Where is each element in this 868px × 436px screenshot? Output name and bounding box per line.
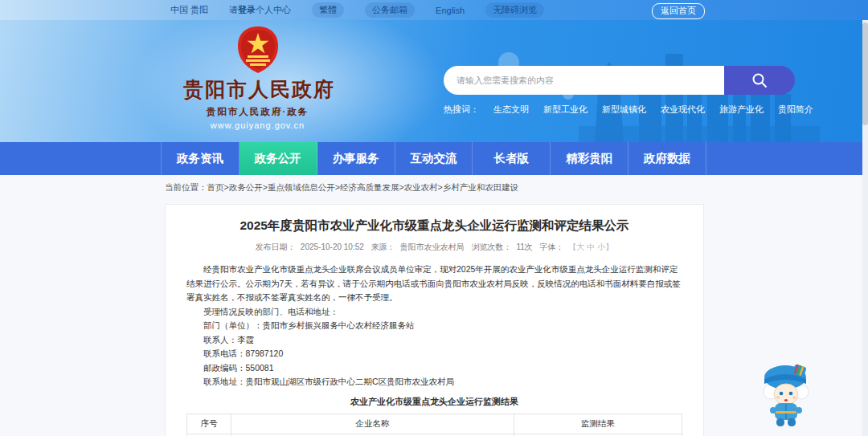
hot-word-industry[interactable]: 新型工业化 [543, 104, 588, 116]
site-url: www.guiyang.gov.cn [183, 120, 332, 130]
traditional-chinese-link[interactable]: 繁體 [312, 2, 344, 18]
breadcrumb-path[interactable]: 首页>政务公开>重点领域信息公开>经济高质量发展>农业农村>乡村产业和农田建设 [207, 182, 519, 192]
contact-address-line: 联系地址：贵阳市观山湖区市级行政中心二期C区贵阳市农业农村局 [186, 375, 682, 389]
scrollbar-track[interactable] [862, 20, 868, 436]
site-subtitle: 贵阳市人民政府·政务 [183, 106, 332, 118]
header-company-name: 企业名称 [231, 414, 514, 434]
font-size-label: 字体： [540, 242, 564, 251]
header-monitor-result: 监测结果 [514, 414, 682, 434]
official-mail-link[interactable]: 公务邮箱 [365, 2, 415, 18]
main-navigation: 政务资讯 政务公开 办事服务 互动交流 长者版 精彩贵阳 政府数据 [0, 142, 868, 175]
back-to-home-button[interactable]: 返回首页 [652, 3, 705, 19]
breadcrumb: 当前位置：首页>政务公开>重点领域信息公开>经济高质量发展>农业农村>乡村产业和… [165, 182, 518, 194]
source-label: 来源： [371, 242, 395, 251]
login-strong: 登录 [238, 5, 256, 14]
region-label[interactable]: 中国 贵阳 [170, 4, 208, 16]
site-logo-block[interactable]: 贵阳市人民政府 贵阳市人民政府·政务 www.guiyang.gov.cn [183, 25, 332, 130]
article-card: 2025年度贵阳市农业产业化市级重点龙头企业运行监测和评定结果公示 发布日期：2… [165, 204, 704, 436]
breadcrumb-label: 当前位置： [165, 182, 207, 192]
monitoring-result-table: 序号 企业名称 监测结果 1 贵州合力超市采购有限公司 合格 2 贵州友禾种业有… [186, 414, 682, 436]
nav-tab-hudong-jiaoliu[interactable]: 互动交流 [395, 142, 473, 175]
hot-word-ecology[interactable]: 生态文明 [493, 104, 529, 116]
publish-date: 2025-10-20 10:52 [301, 242, 364, 251]
article-title: 2025年度贵阳市农业产业化市级重点龙头企业运行监测和评定结果公示 [186, 218, 682, 234]
hot-search-label: 热搜词： [444, 104, 479, 116]
national-emblem-icon [235, 25, 281, 75]
font-size-switcher[interactable]: 【大 中 小】 [569, 242, 614, 251]
views-label: 浏览次数： [471, 242, 511, 251]
search-input[interactable] [444, 66, 724, 95]
login-link[interactable]: 请登录个人中心 [229, 4, 291, 16]
contact-phone-line: 联系电话：87987120 [186, 347, 682, 361]
search-icon [751, 71, 768, 89]
site-banner: 贵阳市人民政府 贵阳市人民政府·政务 www.guiyang.gov.cn 热搜… [0, 20, 868, 142]
contact-department-line: 部门（单位）：贵阳市乡村振兴服务中心农村经济服务站 [186, 319, 682, 333]
nav-tab-zhengfu-shuju[interactable]: 政府数据 [628, 142, 706, 175]
hot-word-guiyang-intro[interactable]: 贵阳简介 [778, 104, 813, 116]
header-serial-number: 序号 [187, 414, 231, 434]
top-utility-bar: 中国 贵阳 请登录个人中心 繁體 公务邮箱 English 无障碍浏览 返回首页 [0, 0, 868, 20]
article-meta: 发布日期：2025-10-20 10:52 来源：贵阳市农业农村局 浏览次数：1… [186, 242, 682, 253]
contact-person-line: 联系人：李霞 [186, 333, 682, 348]
nav-tab-banshi-fuwu[interactable]: 办事服务 [317, 142, 395, 175]
mascot-character-icon [760, 361, 812, 429]
hot-word-agriculture[interactable]: 农业现代化 [661, 104, 705, 116]
login-pre: 请 [229, 5, 238, 14]
result-table-caption: 农业产业化市级重点龙头企业运行监测结果 [186, 396, 682, 408]
scrollbar-thumb[interactable] [862, 22, 868, 125]
nav-tab-zhangzhe-ban[interactable]: 长者版 [473, 142, 551, 175]
article-paragraph-intro: 经贵阳市农业产业化市级重点龙头企业联席会议成员单位审定，现对2025年开展的农业… [186, 263, 682, 305]
views-value: 11次 [516, 242, 532, 251]
nav-tab-zhengwu-zixun[interactable]: 政务资讯 [161, 142, 240, 175]
article-paragraph-accept: 受理情况反映的部门、电话和地址： [186, 305, 682, 320]
login-post: 个人中心 [256, 5, 291, 14]
english-link[interactable]: English [436, 6, 465, 15]
publish-date-label: 发布日期： [256, 242, 296, 251]
postal-code-line: 邮政编码：550081 [186, 361, 682, 376]
hot-search-row: 热搜词： 生态文明 新型工业化 新型城镇化 农业现代化 旅游产业化 贵阳简介 [444, 104, 813, 116]
table-header-row: 序号 企业名称 监测结果 [187, 414, 682, 434]
site-title: 贵阳市人民政府 [183, 76, 332, 103]
mascot-assistant[interactable] [760, 361, 812, 432]
hot-word-tourism[interactable]: 旅游产业化 [719, 104, 764, 116]
nav-tab-zhengwu-gongkai[interactable]: 政务公开 [240, 142, 317, 175]
search-button[interactable] [724, 66, 795, 95]
accessibility-link[interactable]: 无障碍浏览 [485, 2, 544, 18]
source-value: 贵阳市农业农村局 [400, 242, 465, 251]
hot-word-urbanization[interactable]: 新型城镇化 [602, 104, 646, 116]
search-bar [444, 66, 795, 95]
nav-tab-jingcai-guiyang[interactable]: 精彩贵阳 [551, 142, 628, 175]
